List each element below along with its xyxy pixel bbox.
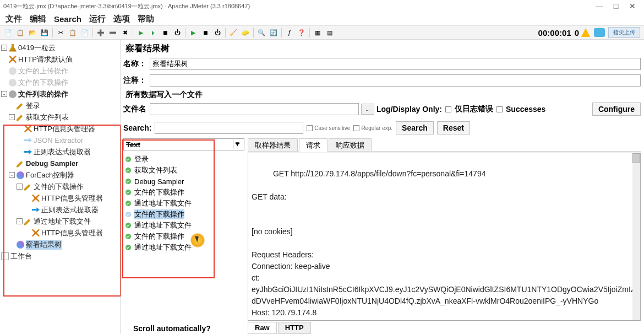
name-input[interactable] bbox=[150, 58, 641, 70]
toggle-icon[interactable]: ✖ bbox=[120, 28, 130, 37]
search-button[interactable]: Search bbox=[396, 121, 434, 134]
help-icon[interactable]: ❓ bbox=[297, 28, 307, 37]
success-icon bbox=[125, 212, 131, 217]
result-item[interactable]: Debug Sampler bbox=[125, 176, 242, 187]
menu-file[interactable]: 文件 bbox=[6, 14, 22, 24]
result-item-selected[interactable]: 文件的下载操作 bbox=[125, 209, 242, 220]
successes-checkbox[interactable] bbox=[496, 106, 503, 112]
paste-icon[interactable]: 📄 bbox=[80, 28, 90, 37]
tree-get-list[interactable]: -获取文件列表 bbox=[1, 111, 119, 123]
copy-icon[interactable]: 📋 bbox=[68, 28, 78, 37]
template-icon[interactable]: 📋 bbox=[15, 28, 25, 37]
menu-options[interactable]: 选项 bbox=[113, 14, 130, 24]
tree-dl-by-addr[interactable]: -通过地址下载文件 bbox=[1, 216, 119, 227]
reset-search-icon[interactable]: 🔄 bbox=[269, 28, 279, 37]
detail-tabs: 取样器结果 请求 响应数据 bbox=[248, 138, 641, 152]
warning-icon[interactable] bbox=[581, 28, 590, 37]
start-icon[interactable]: ▶ bbox=[136, 28, 146, 37]
cut-icon[interactable]: ✂ bbox=[56, 28, 66, 37]
tree-json-extractor[interactable]: JSON Extractor bbox=[1, 134, 119, 146]
tree-download-op[interactable]: 文件的下载操作 bbox=[1, 77, 119, 88]
case-label: Case sensitive bbox=[314, 125, 350, 131]
tree-login[interactable]: 登录 bbox=[1, 100, 119, 111]
tree-foreach[interactable]: -ForEach控制器 bbox=[1, 169, 119, 181]
render-dropdown[interactable]: Text ▾ bbox=[123, 138, 244, 150]
success-icon bbox=[125, 157, 131, 162]
tree-regex-extractor-2[interactable]: 正则表达式提取器 bbox=[1, 204, 119, 216]
shutdown-icon[interactable]: ⏻ bbox=[172, 28, 182, 37]
tree-workbench[interactable]: 工作台 bbox=[1, 250, 119, 262]
start-no-pause-icon[interactable]: ⏵ bbox=[148, 28, 158, 37]
tree-dl-op-inner[interactable]: -文件的下载操作 bbox=[1, 181, 119, 192]
result-item[interactable]: 通过地址下载文件 bbox=[125, 220, 242, 231]
tree-debug-sampler[interactable]: Debug Sampler bbox=[1, 158, 119, 169]
title-bar: 0419一粒云.jmx (D:\apache-jmeter-3.3\bin\04… bbox=[0, 0, 644, 12]
find-icon[interactable]: 🔍 bbox=[256, 28, 266, 37]
expand-icon[interactable]: ➕ bbox=[96, 28, 106, 37]
filename-input[interactable] bbox=[150, 103, 359, 115]
menu-edit[interactable]: 编辑 bbox=[30, 14, 46, 24]
menu-help[interactable]: 帮助 bbox=[138, 14, 154, 24]
request-text: GET http://120.79.174.8/apps/file/down?f… bbox=[252, 169, 635, 317]
window-title: 0419一粒云.jmx (D:\apache-jmeter-3.3\bin\04… bbox=[3, 2, 591, 10]
layout2-icon[interactable]: ▤ bbox=[325, 28, 335, 37]
minimize-button[interactable]: — bbox=[591, 2, 608, 10]
comment-input[interactable] bbox=[150, 74, 641, 87]
tree-http-header-3[interactable]: HTTP信息头管理器 bbox=[1, 227, 119, 239]
tree-root[interactable]: -0419一粒云 bbox=[1, 42, 119, 53]
cursor-indicator bbox=[190, 233, 205, 247]
reset-button[interactable]: Reset bbox=[437, 121, 470, 134]
tab-request[interactable]: 请求 bbox=[299, 138, 328, 152]
result-item[interactable]: 获取文件列表 bbox=[125, 165, 242, 176]
open-icon[interactable]: 📂 bbox=[28, 28, 37, 37]
close-button[interactable]: ✕ bbox=[624, 2, 641, 10]
tree-regex-extractor-1[interactable]: 正则表达式提取器 bbox=[1, 146, 119, 158]
collapse-icon[interactable]: ➖ bbox=[108, 28, 118, 37]
maximize-button[interactable]: □ bbox=[608, 2, 624, 10]
layout-icon[interactable]: ▦ bbox=[313, 28, 323, 37]
tree-http-defaults[interactable]: HTTP请求默认值 bbox=[1, 53, 119, 65]
function-helper-icon[interactable]: ƒ bbox=[285, 28, 294, 37]
tree-upload-op[interactable]: 文件的上传操作 bbox=[1, 65, 119, 77]
new-icon[interactable]: 📄 bbox=[3, 28, 13, 37]
result-item[interactable]: 通过地址下载文件 bbox=[125, 198, 242, 209]
menu-run[interactable]: 运行 bbox=[89, 14, 106, 24]
tab-http[interactable]: HTTP bbox=[278, 322, 311, 334]
clear-icon[interactable]: 🧹 bbox=[228, 28, 238, 37]
browse-button[interactable]: ... bbox=[361, 104, 374, 115]
regex-label: Regular exp. bbox=[361, 125, 392, 131]
tree-list-op[interactable]: -文件列表的操作 bbox=[1, 88, 119, 100]
error-count: 0 bbox=[575, 28, 579, 37]
tab-sampler-result[interactable]: 取样器结果 bbox=[248, 138, 298, 151]
success-icon bbox=[125, 223, 131, 228]
menu-search[interactable]: Search bbox=[54, 14, 81, 24]
regex-checkbox[interactable] bbox=[353, 125, 359, 131]
result-item[interactable]: 文件的下载操作 bbox=[125, 187, 242, 198]
status-button[interactable]: 指尖上传 bbox=[608, 27, 640, 38]
cloud-icon[interactable] bbox=[594, 28, 605, 37]
save-icon[interactable]: 💾 bbox=[40, 28, 50, 37]
errors-only-checkbox[interactable] bbox=[445, 106, 451, 112]
configure-button[interactable]: Configure bbox=[592, 103, 641, 116]
tree-pane: -0419一粒云 HTTP请求默认值 文件的上传操作 文件的下载操作 -文件列表… bbox=[0, 40, 121, 334]
result-item[interactable]: 通过地址下载文件 bbox=[125, 242, 242, 253]
result-item[interactable]: 登录 bbox=[125, 154, 242, 165]
tree-http-header-1[interactable]: HTTP信息头管理器 bbox=[1, 123, 119, 134]
tree-results[interactable]: 察看结果树 bbox=[1, 239, 119, 250]
request-body[interactable]: GET http://120.79.174.8/apps/file/down?f… bbox=[248, 153, 641, 321]
stop-icon[interactable]: ⏹ bbox=[160, 28, 170, 37]
tree-http-header-2[interactable]: HTTP信息头管理器 bbox=[1, 192, 119, 204]
search-input[interactable] bbox=[155, 122, 303, 134]
remote-start-icon[interactable]: ▶ bbox=[188, 28, 198, 37]
remote-shutdown-icon[interactable]: ⏻ bbox=[212, 28, 222, 37]
result-item[interactable]: 文件的下载操作 bbox=[125, 231, 242, 242]
scrollbar[interactable] bbox=[632, 153, 640, 320]
remote-stop-icon[interactable]: ⏹ bbox=[200, 28, 210, 37]
clear-all-icon[interactable]: 🧽 bbox=[241, 28, 250, 37]
tab-raw[interactable]: Raw bbox=[248, 322, 277, 334]
successes-label: Successes bbox=[506, 105, 545, 114]
tab-response[interactable]: 响应数据 bbox=[329, 138, 372, 151]
success-icon bbox=[125, 179, 131, 184]
case-sensitive-checkbox[interactable] bbox=[307, 125, 313, 131]
elapsed-timer: 00:00:01 bbox=[535, 28, 575, 37]
